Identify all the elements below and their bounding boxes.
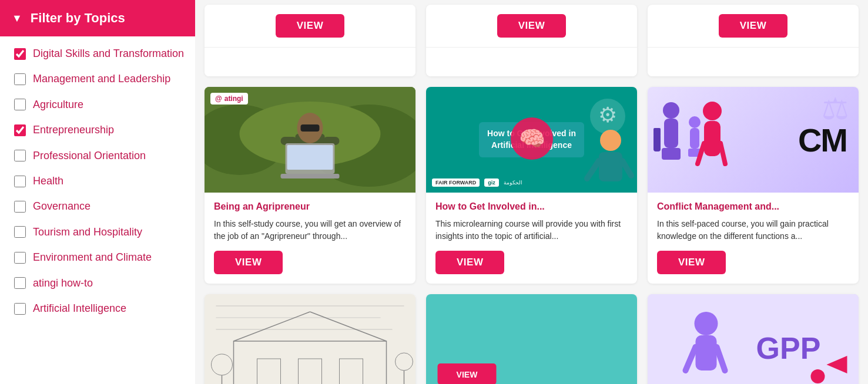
view-button-howto[interactable]: VIEW [435, 251, 504, 274]
card-top-3: VIEW [648, 5, 859, 76]
filter-item-digital-skills[interactable]: Digital Skills and Transformation [9, 41, 195, 66]
card-howto-ai: How to Get Involved in Artificial Intell… [426, 87, 637, 284]
svg-text:GPP: GPP [756, 331, 821, 365]
label-entrepreneurship[interactable]: Entrepreneurship [33, 123, 114, 137]
fair-forward-logo: FAIR FORWARD [432, 178, 480, 187]
view-button-agripreneur[interactable]: VIEW [214, 251, 283, 274]
conflict-body: Conflict Management and... In this self-… [648, 193, 859, 251]
checkbox-atingi-howto[interactable] [14, 277, 26, 289]
label-health[interactable]: Health [33, 174, 63, 188]
svg-point-28 [703, 102, 722, 120]
svg-rect-10 [287, 145, 333, 170]
sketch-svg [205, 294, 415, 384]
agripreneur-description: In this self-study course, you will get … [214, 218, 406, 242]
checkbox-entrepreneurship[interactable] [14, 124, 26, 136]
cm-text-overlay: CM [798, 121, 847, 159]
agripreneur-image: @ atingi [205, 87, 415, 193]
svg-rect-26 [653, 134, 661, 151]
filter-header-label: Filter by Topics [31, 11, 125, 26]
svg-rect-15 [599, 152, 622, 181]
svg-rect-29 [704, 121, 720, 156]
brain-circle: 🧠 [508, 115, 555, 164]
filter-item-atingi-howto[interactable]: atingi how-to [9, 271, 195, 296]
label-governance[interactable]: Governance [33, 200, 91, 213]
card-top-2: VIEW [426, 5, 637, 76]
svg-text:⚙: ⚙ [598, 103, 617, 127]
checkbox-tourism[interactable] [14, 226, 26, 238]
card-bottom-2: VIEW [426, 294, 637, 384]
sidebar: ▼ Filter by Topics Digital Skills and Tr… [0, 0, 195, 384]
card-top-1: VIEW [205, 5, 415, 76]
checkbox-health[interactable] [14, 176, 26, 187]
svg-rect-27 [653, 128, 661, 136]
checkbox-ai[interactable] [14, 303, 26, 315]
chevron-down-icon: ▼ [12, 12, 22, 25]
card-bottom-1 [205, 294, 415, 384]
svg-point-14 [600, 130, 621, 151]
agripreneur-title: Being an Agripreneur [214, 201, 406, 213]
filter-item-health[interactable]: Health [9, 169, 195, 194]
purple-gpp-image: GPP [648, 294, 859, 384]
svg-rect-11 [281, 174, 340, 178]
checkbox-governance[interactable] [14, 201, 26, 213]
filter-topics-header[interactable]: ▼ Filter by Topics [0, 0, 195, 36]
view-button-top-3[interactable]: VIEW [719, 14, 787, 38]
svg-point-51 [695, 312, 718, 335]
checkbox-environment[interactable] [14, 252, 26, 264]
label-environment[interactable]: Environment and Climate [33, 251, 152, 264]
svg-point-56 [811, 369, 825, 383]
svg-rect-21 [664, 119, 678, 148]
conflict-footer: VIEW [648, 251, 859, 284]
label-digital-skills[interactable]: Digital Skills and Transformation [33, 47, 184, 60]
sketch-image [205, 294, 415, 384]
svg-line-31 [720, 143, 725, 164]
label-management[interactable]: Management and Leadership [33, 72, 170, 86]
label-ai[interactable]: Artificial Intelligence [33, 302, 126, 315]
pink-figure [695, 96, 730, 193]
label-professional-orientation[interactable]: Professional Orientation [33, 149, 146, 163]
person-illustration [584, 126, 637, 193]
svg-rect-52 [696, 335, 717, 370]
howto-footer: VIEW [426, 251, 637, 284]
checkbox-management[interactable] [14, 73, 26, 85]
filter-item-tourism[interactable]: Tourism and Hospitality [9, 220, 195, 245]
svg-line-17 [622, 161, 631, 176]
gpp-svg: GPP [648, 294, 859, 384]
label-atingi-howto[interactable]: atingi how-to [33, 277, 93, 290]
howto-logos: FAIR FORWARD giz الحكومة [432, 178, 522, 187]
howto-body: How to Get Involved in... This microlear… [426, 193, 637, 251]
cards-grid: VIEW VIEW VIEW [205, 0, 859, 384]
filter-item-agriculture[interactable]: Agriculture [9, 92, 195, 117]
howto-description: This microlearning course will provide y… [435, 218, 628, 242]
checkbox-professional-orientation[interactable] [14, 150, 26, 161]
svg-line-16 [587, 161, 599, 178]
label-tourism[interactable]: Tourism and Hospitality [33, 225, 142, 239]
giz-logo: giz [484, 178, 499, 187]
svg-rect-50 [648, 294, 859, 384]
howto-image: How to Get Involved in Artificial Intell… [426, 87, 637, 193]
filter-item-management[interactable]: Management and Leadership [9, 66, 195, 92]
agripreneur-body: Being an Agripreneur In this self-study … [205, 193, 415, 251]
conflict-image: ⚖ CM [648, 87, 859, 193]
svg-rect-6 [301, 124, 320, 132]
filter-item-ai[interactable]: Artificial Intelligence [9, 296, 195, 321]
teal-image: VIEW [426, 294, 637, 384]
view-button-conflict[interactable]: VIEW [657, 251, 726, 274]
filter-item-professional-orientation[interactable]: Professional Orientation [9, 143, 195, 169]
filter-list: Digital Skills and TransformationManagem… [0, 36, 195, 326]
teal-svg: VIEW [433, 294, 630, 384]
checkbox-digital-skills[interactable] [14, 48, 26, 60]
howto-title: How to Get Involved in... [435, 201, 628, 213]
svg-rect-33 [205, 294, 415, 384]
view-button-top-2[interactable]: VIEW [497, 14, 566, 38]
conflict-title: Conflict Management and... [657, 201, 849, 213]
card-conflict: ⚖ CM Conflict Management and... In this … [648, 87, 859, 284]
view-button-top-1[interactable]: VIEW [276, 14, 344, 38]
filter-item-environment[interactable]: Environment and Climate [9, 245, 195, 270]
svg-text:🧠: 🧠 [518, 126, 545, 151]
filter-item-entrepreneurship[interactable]: Entrepreneurship [9, 117, 195, 143]
checkbox-agriculture[interactable] [14, 99, 26, 110]
label-agriculture[interactable]: Agriculture [33, 98, 83, 112]
filter-item-governance[interactable]: Governance [9, 194, 195, 219]
person-svg [584, 126, 637, 190]
